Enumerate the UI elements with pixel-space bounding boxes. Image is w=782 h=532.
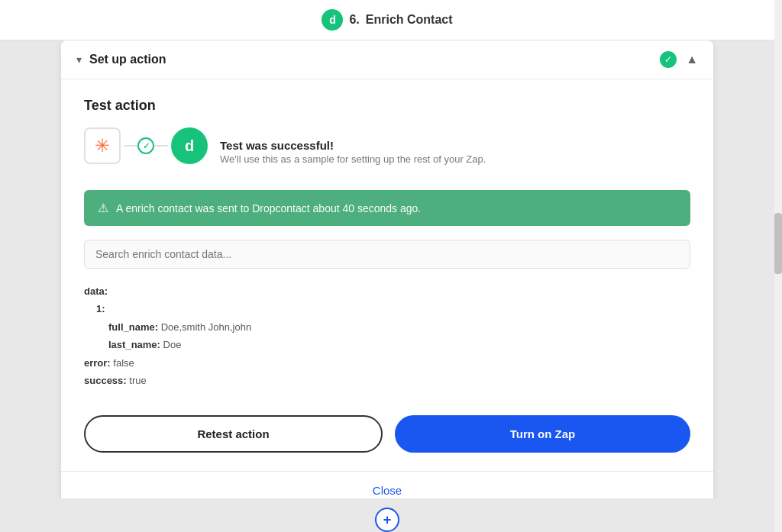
zap-trigger-icon: ✳ <box>84 127 121 164</box>
header-step-number: 6. <box>349 13 359 27</box>
page-title: d 6. Enrich Contact <box>322 9 452 31</box>
banner-text: A enrich contact was sent to Dropcontact… <box>116 202 421 214</box>
last-name-key: last_name: <box>108 339 160 350</box>
close-link[interactable]: Close <box>373 484 402 497</box>
data-item-1-label: 1: <box>96 303 105 314</box>
error-key: error: <box>84 357 111 369</box>
connector-check-icon: ✓ <box>137 137 154 154</box>
dropcontact-action-icon: d <box>171 127 208 164</box>
test-action-title: Test action <box>84 98 690 114</box>
header-title: Enrich Contact <box>366 13 453 27</box>
test-result-subtitle: We'll use this as a sample for setting u… <box>220 153 486 165</box>
data-label: data: <box>84 285 108 297</box>
full-name-key: full_name: <box>108 321 158 333</box>
add-step-button[interactable]: + <box>375 508 399 532</box>
alert-icon: ⚠ <box>98 201 108 215</box>
test-result-title: Test was successful! <box>220 139 486 152</box>
completion-check-icon: ✓ <box>660 51 677 68</box>
retest-action-button[interactable]: Retest action <box>84 415 383 453</box>
error-value: false <box>113 357 134 369</box>
scrollbar-track <box>774 0 782 532</box>
dropcontact-logo-icon: d <box>322 9 343 31</box>
turn-on-zap-button[interactable]: Turn on Zap <box>395 415 690 453</box>
scrollbar-thumb[interactable] <box>774 213 782 274</box>
section-title: Set up action <box>89 53 166 66</box>
success-key: success: <box>84 375 127 386</box>
data-results: data: 1: full_name: Doe,smith John,john … <box>84 279 690 392</box>
success-banner: ⚠ A enrich contact was sent to Dropconta… <box>84 190 690 226</box>
last-name-value: Doe <box>163 339 182 350</box>
success-value: true <box>129 375 146 386</box>
collapse-icon[interactable]: ▲ <box>686 53 698 66</box>
chevron-down-icon: ▾ <box>76 53 82 66</box>
search-input[interactable] <box>84 240 690 269</box>
full-name-value: Doe,smith John,john <box>161 321 252 333</box>
section-header[interactable]: ▾ Set up action ✓ ▲ <box>61 40 713 79</box>
